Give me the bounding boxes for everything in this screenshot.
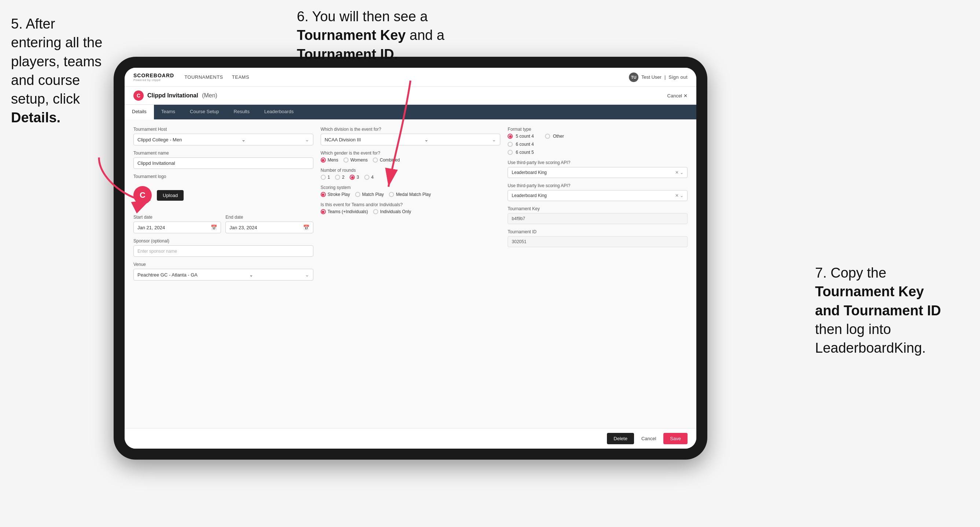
round-4-radio[interactable] xyxy=(364,175,369,180)
api2-clear-icon[interactable]: ✕ ⌄ xyxy=(675,193,684,198)
rounds-label: Number of rounds xyxy=(321,168,501,173)
nav-teams[interactable]: TEAMS xyxy=(232,75,249,80)
nav-logo: SCOREBOARD Powered by clippd xyxy=(134,73,174,82)
footer-cancel-button[interactable]: Cancel xyxy=(638,433,660,444)
delete-button[interactable]: Delete xyxy=(607,433,634,444)
gender-womens[interactable]: Womens xyxy=(344,157,368,163)
scoring-match[interactable]: Match Play xyxy=(355,192,384,197)
round-1-radio[interactable] xyxy=(321,175,326,180)
scoring-match-radio[interactable] xyxy=(355,192,360,197)
api2-select[interactable]: Leaderboard King ✕ ⌄ xyxy=(508,190,687,201)
tablet-frame: SCOREBOARD Powered by clippd TOURNAMENTS… xyxy=(114,57,707,460)
teams-individuals-label: Individuals Only xyxy=(380,209,411,214)
teams-teams-radio[interactable] xyxy=(321,209,326,214)
scoring-match-label: Match Play xyxy=(362,192,384,197)
round-2[interactable]: 2 xyxy=(335,175,345,180)
venue-value: Peachtree GC - Atlanta - GA xyxy=(137,272,197,278)
format-6count4[interactable]: 6 count 4 xyxy=(508,142,687,147)
format-other-radio[interactable] xyxy=(545,134,550,139)
main-content: Tournament Host Clippd College - Men ⌄ T… xyxy=(125,119,696,428)
tab-course-setup[interactable]: Course Setup xyxy=(183,105,226,119)
scoring-medal-label: Medal Match Play xyxy=(396,192,431,197)
format-5count4-radio[interactable] xyxy=(508,134,513,139)
gender-label: Which gender is the event for? xyxy=(321,151,501,156)
start-date-input[interactable]: Jan 21, 2024 📅 xyxy=(134,222,221,233)
tab-details[interactable]: Details xyxy=(125,105,154,119)
teams-radio-group: Teams (+Individuals) Individuals Only xyxy=(321,209,501,214)
nav-tournaments[interactable]: TOURNAMENTS xyxy=(185,75,223,80)
round-2-radio[interactable] xyxy=(335,175,340,180)
venue-select[interactable]: Peachtree GC - Atlanta - GA ⌄ xyxy=(134,269,313,281)
format-6count4-label: 6 count 4 xyxy=(515,142,534,147)
format-6count5-radio[interactable] xyxy=(508,150,513,155)
gender-combined[interactable]: Combined xyxy=(373,157,400,163)
round-2-label: 2 xyxy=(342,175,345,180)
end-date-group: End date Jan 23, 2024 📅 xyxy=(225,214,313,233)
tournament-logo-label: Tournament logo xyxy=(134,174,313,179)
end-date-input[interactable]: Jan 23, 2024 📅 xyxy=(225,222,313,233)
format-5count4[interactable]: 5 count 4 xyxy=(508,134,534,139)
teams-teams[interactable]: Teams (+Individuals) xyxy=(321,209,368,214)
cancel-text: Cancel xyxy=(667,93,682,98)
tournament-name-group: Tournament name Clippd Invitational xyxy=(134,151,313,169)
division-label: Which division is the event for? xyxy=(321,127,501,132)
round-3-radio[interactable] xyxy=(350,175,355,180)
tournament-host-group: Tournament Host Clippd College - Men ⌄ xyxy=(134,127,313,145)
sub-header: C Clippd Invitational (Men) Cancel ✕ xyxy=(125,87,696,105)
division-chevron-icon: ⌄ xyxy=(425,137,428,143)
upload-button[interactable]: Upload xyxy=(157,190,184,201)
api1-clear-icon[interactable]: ✕ ⌄ xyxy=(675,170,684,175)
sign-out-link[interactable]: Sign out xyxy=(668,75,687,80)
tab-results[interactable]: Results xyxy=(226,105,257,119)
format-6count5-label: 6 count 5 xyxy=(515,150,534,155)
api1-select[interactable]: Leaderboard King ✕ ⌄ xyxy=(508,167,687,178)
rounds-radio-group: 1 2 3 4 xyxy=(321,175,501,180)
sponsor-group: Sponsor (optional) Enter sponsor name xyxy=(134,238,313,257)
annotation-bottom-right: 7. Copy the Tournament Keyand Tournament… xyxy=(815,264,969,357)
tournament-title: Clippd Invitational (Men) xyxy=(147,92,217,99)
close-icon: ✕ xyxy=(684,93,687,98)
logo-upload-area: C Upload xyxy=(134,181,313,210)
tab-teams[interactable]: Teams xyxy=(154,105,183,119)
teams-individuals-radio[interactable] xyxy=(373,209,378,214)
format-6count5[interactable]: 6 count 5 xyxy=(508,150,687,155)
round-4[interactable]: 4 xyxy=(364,175,374,180)
round-1[interactable]: 1 xyxy=(321,175,330,180)
tournament-id-group: Tournament ID 302051 xyxy=(508,229,687,247)
cancel-header-btn[interactable]: Cancel ✕ xyxy=(667,93,687,98)
tablet-screen: SCOREBOARD Powered by clippd TOURNAMENTS… xyxy=(125,68,696,449)
teams-individuals[interactable]: Individuals Only xyxy=(373,209,411,214)
sponsor-input[interactable]: Enter sponsor name xyxy=(134,245,313,257)
format-label: Format type xyxy=(508,127,687,132)
scoring-stroke-radio[interactable] xyxy=(321,192,326,197)
api2-label: Use third-party live scoring API? xyxy=(508,183,687,188)
form-footer: Delete Cancel Save xyxy=(125,428,696,449)
format-6count4-radio[interactable] xyxy=(508,142,513,147)
middle-column: Which division is the event for? NCAA Di… xyxy=(321,127,501,281)
user-avatar: TU xyxy=(629,73,638,82)
tournament-host-value: Clippd College - Men xyxy=(137,137,182,143)
division-group: Which division is the event for? NCAA Di… xyxy=(321,127,501,145)
round-3[interactable]: 3 xyxy=(350,175,359,180)
scoring-stroke[interactable]: Stroke Play xyxy=(321,192,350,197)
division-select[interactable]: NCAA Division III ⌄ xyxy=(321,134,501,145)
gender-mens-radio[interactable] xyxy=(321,157,326,163)
gender-mens[interactable]: Mens xyxy=(321,157,338,163)
save-button[interactable]: Save xyxy=(663,433,687,444)
scoring-medal-radio[interactable] xyxy=(389,192,394,197)
tab-leaderboards[interactable]: Leaderboards xyxy=(257,105,301,119)
api2-value: Leaderboard King xyxy=(512,193,546,198)
tournament-host-select[interactable]: Clippd College - Men ⌄ xyxy=(134,134,313,145)
nav-links: TOURNAMENTS TEAMS xyxy=(185,75,629,80)
tournament-name-text: Clippd Invitational xyxy=(147,92,198,98)
gender-womens-radio[interactable] xyxy=(344,157,348,163)
scoring-medal[interactable]: Medal Match Play xyxy=(389,192,431,197)
start-date-value: Jan 21, 2024 xyxy=(137,225,165,230)
tournament-logo-group: Tournament logo C Upload xyxy=(134,174,313,210)
format-other[interactable]: Other xyxy=(545,134,564,139)
gender-combined-radio[interactable] xyxy=(373,157,378,163)
nav-logo-title: SCOREBOARD xyxy=(134,73,174,78)
tournament-gender-text: (Men) xyxy=(202,92,217,98)
scoring-label: Scoring system xyxy=(321,185,501,190)
tournament-name-input[interactable]: Clippd Invitational xyxy=(134,157,313,169)
